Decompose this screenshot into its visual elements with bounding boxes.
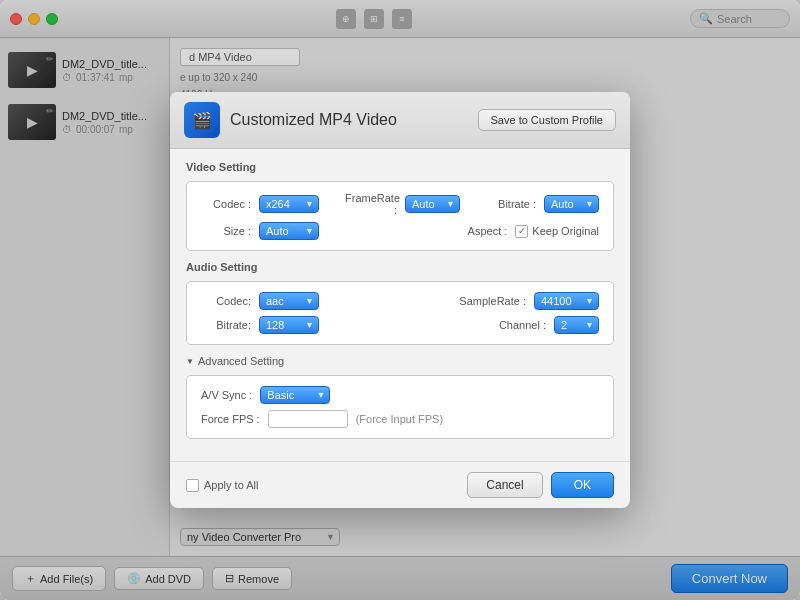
- force-fps-input[interactable]: [268, 410, 348, 428]
- advanced-settings-box: A/V Sync : Basic ▼ Force FPS : (Force In…: [186, 375, 614, 439]
- video-row-1: Codec : x264 ▼ FrameRate : Auto ▼ Bitrat…: [201, 192, 599, 216]
- cancel-button[interactable]: Cancel: [467, 472, 542, 498]
- video-row-2: Size : Auto ▼ Aspect : Keep Original: [201, 222, 599, 240]
- save-profile-label: Save to Custom Profile: [491, 114, 604, 126]
- channel-select[interactable]: 2 ▼: [554, 316, 599, 334]
- size-value: Auto: [266, 225, 289, 237]
- chevron-down-icon: ▼: [312, 390, 325, 400]
- footer-buttons: Cancel OK: [467, 472, 614, 498]
- framerate-select[interactable]: Auto ▼: [405, 195, 460, 213]
- cancel-label: Cancel: [486, 478, 523, 492]
- codec-value: x264: [266, 198, 290, 210]
- audio-bitrate-select[interactable]: 128 ▼: [259, 316, 319, 334]
- channel-value: 2: [561, 319, 567, 331]
- audio-codec-select[interactable]: aac ▼: [259, 292, 319, 310]
- chevron-down-icon: ▼: [301, 199, 314, 209]
- apply-all-label: Apply to All: [204, 479, 258, 491]
- av-sync-label: A/V Sync :: [201, 389, 252, 401]
- samplerate-value: 44100: [541, 295, 572, 307]
- save-to-custom-profile-button[interactable]: Save to Custom Profile: [478, 109, 617, 131]
- chevron-down-icon: ▼: [442, 199, 455, 209]
- aspect-label: Aspect :: [457, 225, 507, 237]
- chevron-down-icon: ▼: [581, 320, 594, 330]
- audio-bitrate-value: 128: [266, 319, 284, 331]
- chevron-down-icon: ▼: [581, 296, 594, 306]
- samplerate-label: SampleRate :: [459, 295, 526, 307]
- keep-original-label: Keep Original: [532, 225, 599, 237]
- samplerate-select[interactable]: 44100 ▼: [534, 292, 599, 310]
- chevron-down-icon: ▼: [301, 296, 314, 306]
- audio-section-label: Audio Setting: [186, 261, 614, 273]
- video-section-label: Video Setting: [186, 161, 614, 173]
- bitrate-value: Auto: [551, 198, 574, 210]
- dialog-overlay: 🎬 Customized MP4 Video Save to Custom Pr…: [0, 0, 800, 600]
- force-fps-row: Force FPS : (Force Input FPS): [201, 410, 599, 428]
- bitrate-select[interactable]: Auto ▼: [544, 195, 599, 213]
- keep-original-checkbox-area: Keep Original: [515, 225, 599, 238]
- keep-original-checkbox[interactable]: [515, 225, 528, 238]
- force-fps-label: Force FPS :: [201, 413, 260, 425]
- triangle-icon: ▼: [186, 357, 194, 366]
- app-icon: 🎬: [184, 102, 220, 138]
- framerate-label: FrameRate :: [345, 192, 397, 216]
- clapper-icon: 🎬: [192, 111, 212, 130]
- ok-label: OK: [574, 478, 591, 492]
- force-fps-hint: (Force Input FPS): [356, 413, 443, 425]
- advanced-toggle[interactable]: ▼ Advanced Setting: [186, 355, 614, 367]
- bitrate-label: Bitrate :: [486, 198, 536, 210]
- av-sync-row: A/V Sync : Basic ▼: [201, 386, 599, 404]
- av-sync-value: Basic: [267, 389, 294, 401]
- dialog-footer: Apply to All Cancel OK: [170, 461, 630, 508]
- audio-settings-box: Codec: aac ▼ SampleRate : 44100 ▼: [186, 281, 614, 345]
- settings-dialog: 🎬 Customized MP4 Video Save to Custom Pr…: [170, 92, 630, 508]
- audio-row-1: Codec: aac ▼ SampleRate : 44100 ▼: [201, 292, 599, 310]
- video-settings-box: Codec : x264 ▼ FrameRate : Auto ▼ Bitrat…: [186, 181, 614, 251]
- audio-codec-label: Codec:: [201, 295, 251, 307]
- dialog-body: Video Setting Codec : x264 ▼ FrameRate :…: [170, 149, 630, 461]
- codec-select[interactable]: x264 ▼: [259, 195, 319, 213]
- framerate-value: Auto: [412, 198, 435, 210]
- advanced-section-label: Advanced Setting: [198, 355, 284, 367]
- apply-all-checkbox[interactable]: [186, 479, 199, 492]
- chevron-down-icon: ▼: [301, 226, 314, 236]
- av-sync-select[interactable]: Basic ▼: [260, 386, 330, 404]
- chevron-down-icon: ▼: [581, 199, 594, 209]
- size-label: Size :: [201, 225, 251, 237]
- dialog-title-bar: 🎬 Customized MP4 Video Save to Custom Pr…: [170, 92, 630, 149]
- codec-label: Codec :: [201, 198, 251, 210]
- audio-bitrate-label: Bitrate:: [201, 319, 251, 331]
- channel-label: Channel :: [496, 319, 546, 331]
- size-select[interactable]: Auto ▼: [259, 222, 319, 240]
- chevron-down-icon: ▼: [301, 320, 314, 330]
- dialog-title: Customized MP4 Video: [230, 111, 468, 129]
- audio-row-2: Bitrate: 128 ▼ Channel : 2 ▼: [201, 316, 599, 334]
- apply-all-area: Apply to All: [186, 479, 258, 492]
- audio-codec-value: aac: [266, 295, 284, 307]
- main-window: ⊕ ⊞ ≡ 🔍 Search ▶ ✏ DM2_DVD_title... ⏱: [0, 0, 800, 600]
- ok-button[interactable]: OK: [551, 472, 614, 498]
